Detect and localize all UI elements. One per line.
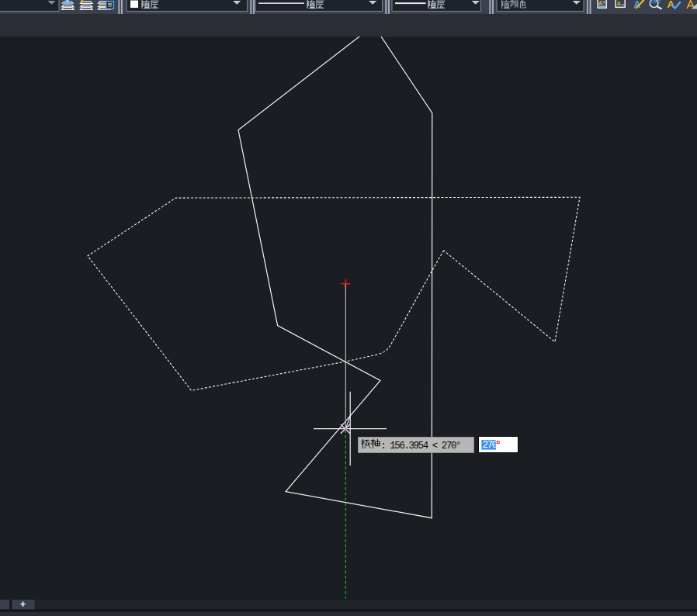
svg-text:+: + <box>20 600 26 610</box>
svg-text:: 156.3954 < 270°: : 156.3954 < 270° <box>381 441 461 452</box>
svg-text:A: A <box>598 0 602 5</box>
svg-text:ABC: ABC <box>650 0 662 4</box>
svg-text:270: 270 <box>483 440 498 451</box>
svg-text:A: A <box>617 1 621 6</box>
svg-text:A: A <box>668 0 675 10</box>
